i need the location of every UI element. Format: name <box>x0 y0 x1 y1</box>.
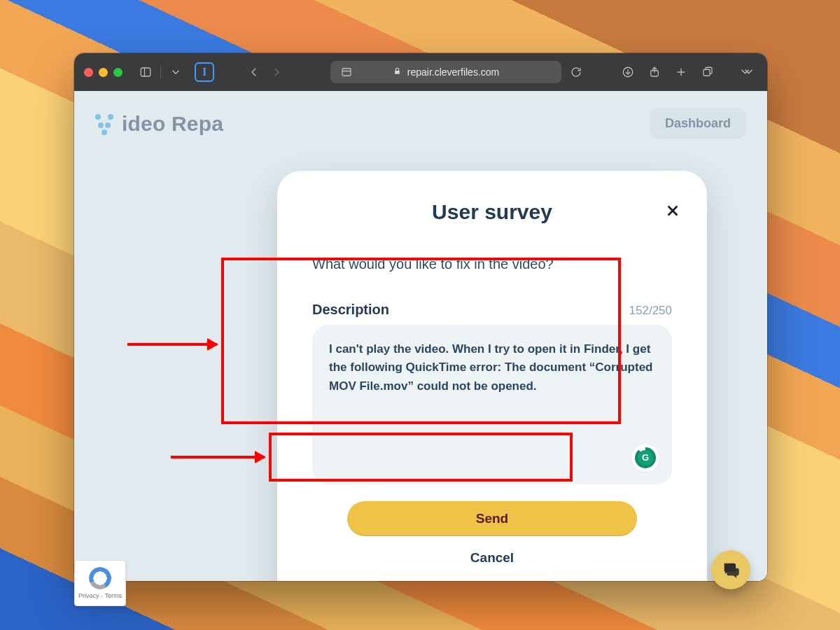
lock-icon <box>393 66 402 78</box>
grammarly-letter: G <box>638 450 653 465</box>
char-counter: 152/250 <box>629 304 672 318</box>
tab-overview-button[interactable] <box>697 62 718 83</box>
cancel-label: Cancel <box>470 550 514 565</box>
share-button[interactable] <box>644 62 665 83</box>
close-icon <box>665 203 680 218</box>
sidebar-toggle-button[interactable] <box>135 62 156 83</box>
annotation-arrow-1 <box>127 343 217 346</box>
send-label: Send <box>476 511 508 526</box>
toolbar-divider <box>160 66 161 78</box>
modal-close-button[interactable] <box>662 200 683 221</box>
modal-title: User survey <box>312 200 672 224</box>
window-close-button[interactable] <box>84 68 93 77</box>
nav-forward-button[interactable] <box>266 62 287 83</box>
chat-icon <box>721 560 741 580</box>
recaptcha-icon <box>85 564 115 594</box>
browser-window: I repair.cleverfiles.com <box>74 53 767 581</box>
svg-rect-2 <box>342 69 351 76</box>
window-fullscreen-button[interactable] <box>113 68 122 77</box>
window-traffic-lights <box>84 68 122 77</box>
recaptcha-caption: Privacy - Terms <box>78 592 122 599</box>
description-textarea[interactable]: I can't play the video. When I try to op… <box>312 325 672 484</box>
svg-rect-10 <box>704 69 710 76</box>
nav-back-button[interactable] <box>244 62 265 83</box>
svg-rect-0 <box>141 68 150 76</box>
tab-group-chevron-icon[interactable] <box>165 62 186 83</box>
downloads-button[interactable] <box>617 62 638 83</box>
new-tab-button[interactable] <box>671 62 692 83</box>
cancel-button[interactable]: Cancel <box>312 550 672 566</box>
grammarly-icon[interactable]: G <box>631 444 659 472</box>
description-label: Description <box>312 302 389 318</box>
toolbar-overflow-button[interactable] <box>736 62 757 83</box>
recaptcha-badge[interactable]: Privacy - Terms <box>74 560 126 606</box>
reader-mode-icon[interactable] <box>336 62 357 83</box>
reload-button[interactable] <box>566 62 587 83</box>
survey-question: What would you like to fix in the video? <box>312 256 672 272</box>
address-bar[interactable]: repair.cleverfiles.com <box>330 61 561 83</box>
browser-titlebar: I repair.cleverfiles.com <box>74 53 767 91</box>
user-survey-modal: User survey What would you like to fix i… <box>277 171 707 581</box>
chat-fab[interactable] <box>711 550 750 589</box>
annotation-arrow-2 <box>171 456 265 458</box>
textarea-value: I can't play the video. When I try to op… <box>329 342 653 393</box>
extension-badge-letter: I <box>202 66 206 78</box>
window-minimize-button[interactable] <box>99 68 108 77</box>
extension-badge[interactable]: I <box>195 62 214 82</box>
address-url: repair.cleverfiles.com <box>407 66 500 78</box>
send-button[interactable]: Send <box>347 501 637 536</box>
